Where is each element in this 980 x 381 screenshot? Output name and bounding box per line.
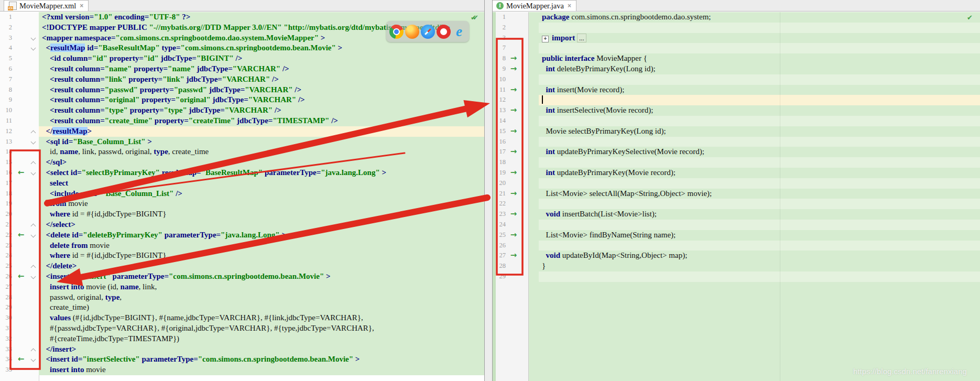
fold-marker[interactable] <box>27 271 39 282</box>
code-text[interactable] <box>539 178 980 189</box>
code-line-10[interactable]: 10 <result column="type" property="type"… <box>0 105 484 116</box>
code-line-22[interactable]: 22← <delete id="deleteByPrimaryKey" para… <box>0 230 484 241</box>
code-line-16[interactable]: 16 <box>493 137 980 147</box>
fold-marker[interactable] <box>27 220 39 230</box>
code-text[interactable]: #{passwd,jdbcType=VARCHAR}, #{original,j… <box>39 323 484 334</box>
code-line-10[interactable]: 10 <box>493 74 980 85</box>
code-line-25[interactable]: 25→ List<Movie> findByName(String name); <box>493 230 980 241</box>
tab-moviemapper-xml[interactable]: MovieMapper.xml × <box>4 0 89 11</box>
code-text[interactable] <box>539 95 980 105</box>
code-text[interactable]: insert into movie <box>39 365 484 375</box>
code-text[interactable]: List<Movie> selectAll(Map<String,Object>… <box>539 189 980 199</box>
code-line-7[interactable]: 7 <result column="link" property="link" … <box>0 74 484 85</box>
code-text[interactable]: int deleteByPrimaryKey(Long id); <box>539 64 980 74</box>
code-text[interactable] <box>539 271 980 282</box>
code-line-28[interactable]: 28} <box>493 261 980 271</box>
code-line-27[interactable]: 27→ void updateById(Map<String,Object> m… <box>493 251 980 261</box>
goto-java-arrow-icon[interactable]: → <box>508 85 519 95</box>
code-text[interactable]: <insert id="insertSelective" parameterTy… <box>39 354 484 365</box>
fold-marker[interactable] <box>27 137 39 147</box>
goto-xml-arrow-icon[interactable]: ← <box>15 168 27 178</box>
code-line-16[interactable]: 16← <select id="selectByPrimaryKey" resu… <box>0 168 484 178</box>
code-text[interactable]: <result column="link" property="link" jd… <box>39 74 484 85</box>
code-text[interactable]: select <box>39 178 484 189</box>
code-text[interactable]: int updateByPrimaryKey(Movie record); <box>539 168 980 178</box>
code-line-31[interactable]: 31 #{passwd,jdbcType=VARCHAR}, #{origina… <box>0 323 484 334</box>
code-line-14[interactable]: 14 id, name, link, passwd, original, typ… <box>0 147 484 157</box>
code-text[interactable]: <insert id="insert" parameterType="com.s… <box>39 271 484 282</box>
fold-marker[interactable] <box>27 168 39 178</box>
code-text[interactable] <box>539 199 980 209</box>
code-text[interactable]: <include refid="Base_Column_List" /> <box>39 189 484 199</box>
code-text[interactable]: } <box>539 261 980 271</box>
code-line-32[interactable]: 32 #{createTime,jdbcType=TIMESTAMP}) <box>0 334 484 344</box>
close-icon[interactable]: × <box>568 2 571 9</box>
fold-marker[interactable] <box>27 344 39 355</box>
code-text[interactable]: </insert> <box>39 344 484 355</box>
goto-java-arrow-icon[interactable]: → <box>508 189 519 199</box>
code-text[interactable]: where id = #{id,jdbcType=BIGINT} <box>39 209 484 220</box>
code-text[interactable]: void updateById(Map<String,Object> map); <box>539 251 980 261</box>
code-line-30[interactable]: 30 values (#{id,jdbcType=BIGINT}, #{name… <box>0 313 484 323</box>
code-line-8[interactable]: 8→public interface MovieMapper { <box>493 53 980 64</box>
code-line-29[interactable]: 29 create_time) <box>0 302 484 313</box>
code-text[interactable]: values (#{id,jdbcType=BIGINT}, #{name,jd… <box>39 313 484 323</box>
code-line-23[interactable]: 23→ void insertBatch(List<Movie>list); <box>493 209 980 220</box>
goto-java-arrow-icon[interactable]: → <box>508 53 519 64</box>
code-text[interactable] <box>539 43 980 53</box>
code-line-2[interactable]: 2 <box>493 23 980 33</box>
code-text[interactable]: <result column="name" property="name" jd… <box>39 64 484 74</box>
code-text[interactable]: insert into movie (id, name, link, <box>39 282 484 292</box>
code-line-23[interactable]: 23 delete from movie <box>0 241 484 251</box>
code-line-7[interactable]: 7 <box>493 43 980 53</box>
code-line-33[interactable]: 33 </insert> <box>0 344 484 355</box>
code-line-19[interactable]: 19 from movie <box>0 199 484 209</box>
code-text[interactable]: passwd, original, type, <box>39 292 484 303</box>
inspection-ok-icon[interactable]: ✔ <box>967 14 973 21</box>
code-text[interactable]: <result column="original" property="orig… <box>39 95 484 105</box>
code-text[interactable]: </sql> <box>39 157 484 168</box>
code-line-35[interactable]: 35 insert into movie <box>0 365 484 375</box>
goto-java-arrow-icon[interactable]: → <box>508 168 519 178</box>
code-line-1[interactable]: 1package com.simons.cn.springbootdemo.da… <box>493 12 980 23</box>
code-text[interactable]: <result column="type" property="type" jd… <box>39 105 484 116</box>
code-text[interactable]: <select id="selectByPrimaryKey" resultMa… <box>39 168 484 178</box>
code-text[interactable]: </select> <box>39 220 484 230</box>
code-text[interactable]: void insertBatch(List<Movie>list); <box>539 209 980 220</box>
code-text[interactable]: <delete id="deleteByPrimaryKey" paramete… <box>39 230 484 241</box>
goto-xml-arrow-icon[interactable]: ← <box>15 354 27 365</box>
code-line-28[interactable]: 28 passwd, original, type, <box>0 292 484 303</box>
code-line-24[interactable]: 24 where id = #{id,jdbcType=BIGINT} <box>0 251 484 261</box>
code-text[interactable]: create_time) <box>39 302 484 313</box>
goto-java-arrow-icon[interactable]: → <box>508 147 519 157</box>
pane-divider[interactable] <box>484 0 493 381</box>
goto-xml-arrow-icon[interactable]: ← <box>15 271 27 282</box>
code-text[interactable]: #{createTime,jdbcType=TIMESTAMP}) <box>39 334 484 344</box>
code-text[interactable]: </delete> <box>39 261 484 271</box>
code-text[interactable] <box>539 241 980 251</box>
code-line-3[interactable]: 3+import ... <box>493 33 980 43</box>
code-line-18[interactable]: 18 <box>493 157 980 168</box>
code-text[interactable] <box>539 23 980 33</box>
code-line-9[interactable]: 9→ int deleteByPrimaryKey(Long id); <box>493 64 980 74</box>
code-text[interactable]: package com.simons.cn.springbootdemo.dao… <box>539 12 980 23</box>
code-line-15[interactable]: 15→ Movie selectByPrimaryKey(Long id); <box>493 126 980 137</box>
code-line-14[interactable]: 14 <box>493 116 980 126</box>
code-line-8[interactable]: 8 <result column="passwd" property="pass… <box>0 85 484 95</box>
code-line-24[interactable]: 24 <box>493 220 980 230</box>
fold-marker[interactable] <box>27 43 39 53</box>
goto-java-arrow-icon[interactable]: → <box>508 209 519 220</box>
code-text[interactable] <box>539 74 980 85</box>
code-line-12[interactable]: 12 </resultMap> <box>0 126 484 137</box>
code-text[interactable]: <resultMap id="BaseResultMap" type="com.… <box>39 43 484 53</box>
code-line-12[interactable]: 12 <box>493 95 980 105</box>
code-text[interactable]: <result column="passwd" property="passwd… <box>39 85 484 95</box>
xml-editor-pane[interactable]: 1<?xml version="1.0" encoding="UTF-8" ?>… <box>0 12 484 381</box>
code-text[interactable]: </resultMap> <box>39 126 484 137</box>
code-text[interactable] <box>539 157 980 168</box>
code-line-11[interactable]: 11 <result column="create_time" property… <box>0 116 484 126</box>
code-line-26[interactable]: 26 <box>493 241 980 251</box>
code-line-6[interactable]: 6 <result column="name" property="name" … <box>0 64 484 74</box>
code-text[interactable] <box>539 220 980 230</box>
goto-xml-arrow-icon[interactable]: ← <box>15 230 27 241</box>
